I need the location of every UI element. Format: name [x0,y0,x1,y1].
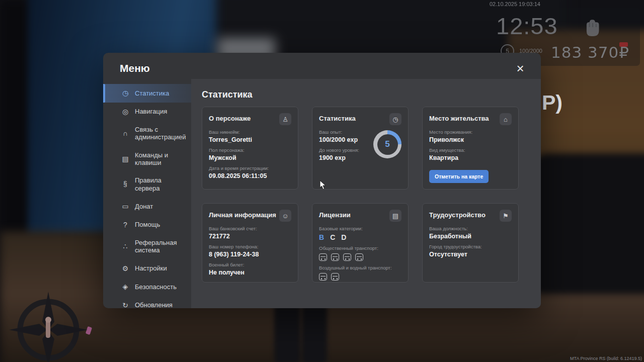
sidebar-item-label: Помощь [135,221,160,228]
field-label: Ваш никнейм: [209,129,291,135]
field-value: Мужской [209,154,291,161]
sidebar-item-3[interactable]: ∩Связь с администрацией [103,121,191,146]
public-transport-icon [343,253,351,261]
field-label: Ваша должность: [429,226,512,231]
content-title: Статистика [202,89,530,100]
field-label: Ваш банковский счет: [209,226,291,231]
sidebar-item-7[interactable]: ?Помощь [103,216,191,234]
close-icon[interactable]: × [513,61,528,76]
sidebar-item-2[interactable]: ◎Навигация [103,103,191,121]
license-category-B: B [319,233,324,241]
person-icon: ♙ [279,113,291,125]
sidebar-item-5[interactable]: §Правила сервера [103,171,191,197]
field-value: 721772 [209,233,291,240]
mouse-cursor [319,180,327,190]
public-transport-icon [331,253,339,261]
sidebar-item-label: Статистика [135,89,169,97]
field-label: Пол персонажа: [209,147,291,153]
refresh-icon: ↻ [121,301,129,310]
sidebar-item-10[interactable]: ◈Безопасность [103,278,191,296]
clock-icon: ◷ [389,113,401,125]
field-value: Безработный [429,233,512,240]
sidebar-item-9[interactable]: ⚙Настройки [103,259,191,278]
field-value: Отсутствует [429,251,512,258]
help-tag-icon: ? [121,221,129,229]
mark-on-map-button[interactable]: Отметить на карте [429,170,489,183]
sidebar-item-label: Правила сервера [135,176,187,192]
card-character: О персонаже♙Ваш никнейм:Torres_GorettiПо… [202,107,298,190]
license-card-icon: ▤ [389,210,401,222]
card-residence: Место жительства⌂Место проживания:Привол… [422,107,519,190]
field-label: Вид имущества: [429,147,512,153]
person-circle-icon: ☺ [279,210,291,222]
field-label: Место проживания: [429,129,512,135]
house-icon: ⌂ [500,113,512,125]
sidebar-item-6[interactable]: ▭Донат [103,197,191,216]
field-value: 09.08.2025 06:11:05 [209,172,291,179]
compass-icon: ◎ [121,108,129,116]
card-personal: Личная информация☺Ваш банковский счет:72… [202,203,298,283]
field-value: Не получен [209,269,291,276]
field-value: Квартира [429,154,512,161]
card-stats: Статистика◷Ваш опыт:100/2000 expДо новог… [312,107,409,190]
field-label: Базовые категории: [319,226,401,231]
sidebar-item-1[interactable]: ◷Статистика [103,84,191,103]
content-panel: Статистика О персонаже♙Ваш никнейм:Torre… [191,79,541,308]
field-label: Ваш номер телефона: [209,244,291,249]
build-info: MTA Province RS (build: 6.12419.5) [570,356,642,361]
sidebar-item-11[interactable]: ↻Обновления [103,296,191,315]
field-label: Общественный транспорт: [319,245,401,251]
sidebar-item-label: Команды и клавиши [135,151,187,167]
license-category-D: D [341,233,346,241]
sidebar-item-label: Связь с администрацией [135,126,187,141]
card-licenses: Лицензии▤Базовые категории:BCDОбщественн… [312,203,409,283]
sidebar-item-label: Настройки [135,264,167,272]
license-category-C: C [330,233,335,241]
cards-grid: О персонаже♙Ваш никнейм:Torres_GorettiПо… [202,107,530,283]
background-text-fragment: Р) [542,91,562,115]
air-water-transport-icon [331,273,339,281]
keyboard-icon: ▤ [121,155,129,163]
shield-icon: ◈ [121,283,129,291]
card-employment: Трудоустройство⚑Ваша должность:Безработн… [422,203,519,283]
card-title: Статистика [319,113,356,122]
scales-icon: § [121,180,129,189]
air-water-transport-icon-row [319,273,401,281]
field-value: Приволжск [429,136,512,143]
clock-icon: ◷ [121,89,129,98]
card-title: Место жительства [429,113,489,122]
sidebar-item-label: Реферальная система [135,239,187,254]
gear-icon: ⚙ [121,264,129,273]
sidebar-item-4[interactable]: ▤Команды и клавиши [103,146,191,172]
headset-icon: ∩ [121,129,129,138]
field-label: Воздушный и водный транспорт: [319,265,401,270]
public-transport-icon [319,253,327,261]
card-title: Лицензии [319,210,351,219]
referral-icon: ∴ [121,242,129,251]
sidebar-item-label: Донат [135,203,153,210]
field-value: 8 (963) 119-24-38 [209,251,291,258]
level-number: 5 [377,134,398,155]
public-transport-icon-row [319,253,401,261]
work-icon: ⚑ [500,210,512,222]
sidebar-item-8[interactable]: ∴Реферальная система [103,234,191,259]
sidebar: ◷Статистика◎Навигация∩Связь с администра… [103,84,191,314]
field-label: Город трудоустройства: [429,244,512,249]
donate-card-icon: ▭ [121,202,129,211]
card-title: Личная информация [209,210,276,219]
level-progress-ring: 5 [373,130,401,158]
sidebar-item-label: Безопасность [135,283,177,291]
menu-title: Меню [120,62,150,74]
sidebar-item-label: Навигация [135,108,167,115]
card-title: О персонаже [209,113,251,122]
card-title: Трудоустройство [429,210,486,219]
field-label: Дата и время регистрации: [209,165,291,171]
sidebar-item-label: Обновления [135,301,173,309]
license-categories: BCD [319,233,401,241]
air-water-transport-icon [319,273,327,281]
public-transport-icon [355,253,363,261]
field-value: Torres_Goretti [209,136,291,143]
field-label: Военный билет: [209,262,291,267]
